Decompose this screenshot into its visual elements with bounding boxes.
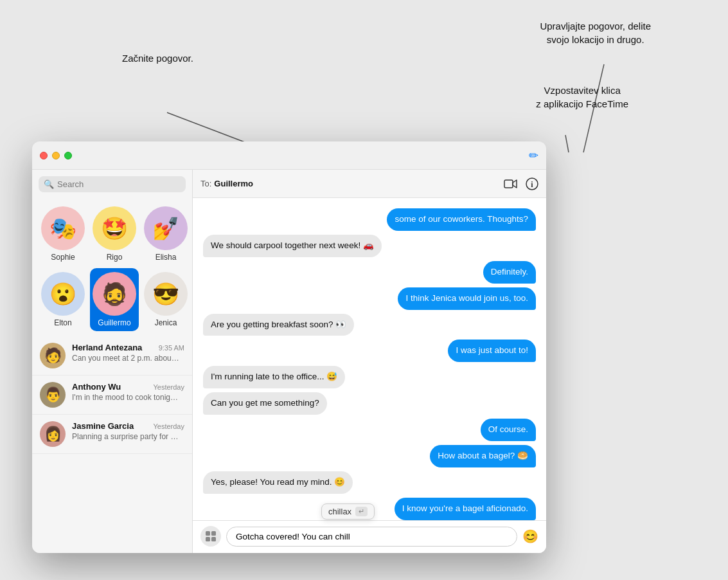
conv-time-jasmine: Yesterday (153, 422, 184, 430)
search-input[interactable] (57, 179, 181, 189)
autocomplete-popup[interactable]: chillax ↵ (321, 503, 375, 520)
conv-header-jasmine: Jasmine Garcia Yesterday (72, 421, 184, 431)
conv-preview-herland: Can you meet at 2 p.m. about our present… (72, 354, 181, 363)
conv-info-anthony: Anthony Wu Yesterday I'm in the mood to … (72, 382, 184, 402)
pinned-contact-sophie[interactable]: 🎭 Sophie (39, 203, 87, 266)
conv-name-anthony: Anthony Wu (72, 382, 121, 392)
contact-name-elisha: Elisha (155, 253, 177, 262)
sidebar: 🔍 🎭 Sophie 🤩 Rigo 💅 Elisha 😮 Elton (32, 170, 193, 553)
svg-rect-9 (211, 537, 216, 541)
conv-info-jasmine: Jasmine Garcia Yesterday Planning a surp… (72, 421, 184, 441)
conv-avatar-herland: 🧑 (40, 343, 66, 368)
info-icon: i (526, 177, 538, 190)
messages-area: some of our coworkers. Thoughts?We shoul… (193, 198, 546, 520)
minimize-button[interactable] (52, 152, 60, 159)
conv-avatar-anthony: 👨 (40, 382, 66, 408)
info-button[interactable]: i (526, 177, 538, 190)
avatar-guillermo: 🧔 (93, 272, 136, 316)
bubble-7: Can you get me something? (203, 392, 327, 415)
title-bar: ✏ (32, 141, 546, 170)
conv-name-jasmine: Jasmine Garcia (72, 421, 134, 431)
avatar-sophie: 🎭 (41, 206, 85, 250)
pinned-contact-jenica[interactable]: 😎 Jenica (141, 268, 190, 331)
svg-rect-3 (504, 180, 513, 188)
svg-line-2 (583, 64, 604, 152)
message-row-5: I was just about to! (203, 340, 536, 362)
avatar-rigo: 🤩 (93, 206, 136, 250)
message-input[interactable] (226, 527, 517, 547)
conv-header-anthony: Anthony Wu Yesterday (72, 382, 184, 392)
conversation-item-anthony[interactable]: 👨 Anthony Wu Yesterday I'm in the mood t… (32, 376, 192, 415)
main-content: 🔍 🎭 Sophie 🤩 Rigo 💅 Elisha 😮 Elton (32, 170, 546, 553)
pinned-contact-elisha[interactable]: 💅 Elisha (141, 203, 190, 266)
autocomplete-word: chillax (328, 507, 351, 516)
message-row-4: Are you getting breakfast soon? 👀 (203, 314, 536, 336)
bubble-6: I'm running late to the office... 😅 (203, 366, 345, 388)
autocomplete-action: ↵ (355, 507, 368, 516)
message-row-1: We should carpool together next week! 🚗 (203, 235, 536, 257)
conv-avatar-jasmine: 👩 (40, 421, 66, 447)
message-row-0: some of our coworkers. Thoughts? (203, 208, 536, 231)
facetime-video-button[interactable] (504, 179, 518, 189)
contact-name-jenica: Jenica (155, 318, 177, 327)
video-icon (504, 179, 518, 189)
annotation-compose: Začnite pogovor. (122, 51, 193, 65)
bubble-2: Definitely. (483, 261, 536, 284)
chat-header-actions: i (504, 177, 538, 190)
bubble-10: Yes, please! You read my mind. 😊 (203, 471, 353, 494)
message-row-2: Definitely. (203, 261, 536, 284)
avatar-elisha: 💅 (144, 206, 188, 250)
bubble-8: Of course. (481, 419, 536, 441)
pinned-contact-guillermo[interactable]: 🧔 Guillermo (90, 268, 139, 331)
search-bar: 🔍 (39, 176, 186, 192)
conv-time-anthony: Yesterday (153, 383, 184, 391)
contact-name-rigo: Rigo (107, 253, 123, 262)
pinned-contacts-grid: 🎭 Sophie 🤩 Rigo 💅 Elisha 😮 Elton 🧔 Guill… (32, 197, 192, 336)
contact-name-guillermo: Guillermo (98, 318, 130, 327)
conversation-item-jasmine[interactable]: 👩 Jasmine Garcia Yesterday Planning a su… (32, 415, 192, 454)
annotation-facetime: Vzpostavitev klica z aplikacijo FaceTime (536, 84, 628, 111)
pinned-contact-elton[interactable]: 😮 Elton (39, 268, 87, 331)
message-row-7: Can you get me something? (203, 392, 536, 415)
message-row-10: Yes, please! You read my mind. 😊 (203, 471, 536, 494)
conv-preview-jasmine: Planning a surprise party for Jenny on t… (72, 432, 181, 441)
annotation-manage: Upravljajte pogovor, delite svojo lokaci… (540, 19, 651, 46)
search-icon: 🔍 (44, 179, 54, 189)
traffic-lights (40, 152, 72, 159)
svg-line-1 (565, 135, 569, 152)
bubble-11: I know you're a bagel aficionado. (395, 498, 536, 520)
svg-rect-8 (206, 537, 210, 541)
message-row-9: How about a bagel? 🥯 (203, 445, 536, 467)
to-label: To: (200, 179, 211, 188)
conv-name-herland: Herland Antezana (72, 343, 142, 352)
compose-button[interactable]: ✏ (529, 149, 538, 163)
bubble-0: some of our coworkers. Thoughts? (387, 208, 536, 231)
contact-name-sophie: Sophie (51, 253, 75, 262)
bubble-1: We should carpool together next week! 🚗 (203, 235, 382, 257)
message-row-6: I'm running late to the office... 😅 (203, 366, 536, 388)
svg-rect-6 (206, 531, 210, 536)
app-icon (204, 530, 217, 543)
avatar-elton: 😮 (41, 272, 85, 316)
fullscreen-button[interactable] (64, 152, 72, 159)
conv-preview-anthony: I'm in the mood to cook tonight. Fresh p… (72, 393, 181, 402)
svg-text:i: i (531, 180, 533, 189)
app-store-button[interactable] (200, 526, 221, 547)
contact-name-elton: Elton (54, 318, 71, 327)
bubble-3: I think Jenica would join us, too. (398, 287, 536, 310)
chat-panel: To: Guillermo i (193, 170, 546, 553)
emoji-button[interactable]: 😊 (522, 529, 538, 544)
message-row-3: I think Jenica would join us, too. (203, 287, 536, 310)
pinned-contact-rigo[interactable]: 🤩 Rigo (90, 203, 139, 266)
chat-recipient-name: Guillermo (214, 179, 504, 188)
conv-header-herland: Herland Antezana 9:35 AM (72, 343, 184, 352)
conv-time-herland: 9:35 AM (159, 344, 184, 352)
svg-rect-7 (211, 531, 216, 536)
conversation-item-herland[interactable]: 🧑 Herland Antezana 9:35 AM Can you meet … (32, 336, 192, 376)
input-area: 😊 chillax ↵ (193, 520, 546, 553)
bubble-4: Are you getting breakfast soon? 👀 (203, 314, 354, 336)
bubble-9: How about a bagel? 🥯 (430, 445, 536, 467)
conversation-list: 🧑 Herland Antezana 9:35 AM Can you meet … (32, 336, 192, 553)
close-button[interactable] (40, 152, 48, 159)
bubble-5: I was just about to! (448, 340, 536, 362)
